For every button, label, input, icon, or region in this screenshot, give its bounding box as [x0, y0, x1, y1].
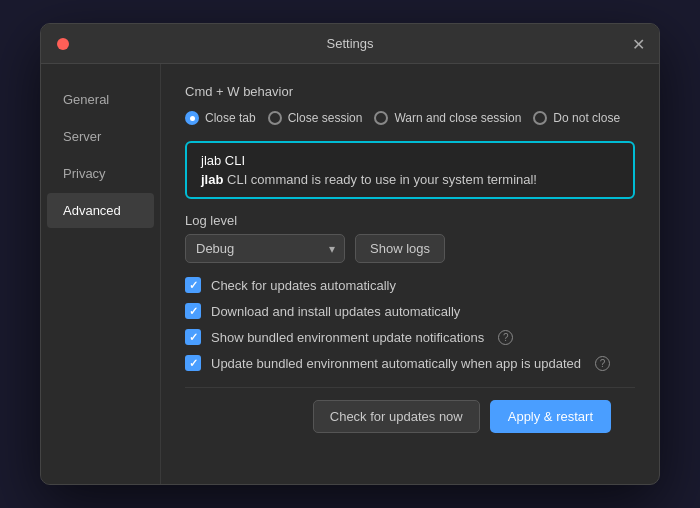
log-level-row: Debug Info Warning Error Show logs	[185, 234, 635, 263]
radio-circle-do-not-close	[533, 111, 547, 125]
radio-do-not-close[interactable]: Do not close	[533, 111, 620, 125]
sidebar-item-privacy[interactable]: Privacy	[47, 156, 154, 191]
checkboxes-container: Check for updates automatically Download…	[185, 277, 635, 371]
cli-description: jlab CLI command is ready to use in your…	[201, 172, 619, 187]
checkbox-label-auto-update-bundled: Update bundled environment automatically…	[211, 356, 581, 371]
radio-label-do-not-close: Do not close	[553, 111, 620, 125]
help-icon-auto-update[interactable]: ?	[595, 356, 610, 371]
radio-circle-close-tab	[185, 111, 199, 125]
checkbox-auto-check[interactable]	[185, 277, 201, 293]
window-body: General Server Privacy Advanced Cmd + W …	[41, 64, 659, 484]
settings-window: Settings ✕ General Server Privacy Advanc…	[40, 23, 660, 485]
cli-desc-suffix: CLI command is ready to use in your syst…	[227, 172, 537, 187]
radio-warn-close[interactable]: Warn and close session	[374, 111, 521, 125]
radio-close-session[interactable]: Close session	[268, 111, 363, 125]
radio-label-warn-close: Warn and close session	[394, 111, 521, 125]
titlebar: Settings ✕	[41, 24, 659, 64]
checkbox-row-auto-install: Download and install updates automatical…	[185, 303, 635, 319]
checkbox-show-bundled[interactable]	[185, 329, 201, 345]
radio-label-close-session: Close session	[288, 111, 363, 125]
checkbox-label-auto-install: Download and install updates automatical…	[211, 304, 460, 319]
footer-actions: Check for updates now Apply & restart	[185, 387, 635, 445]
checkbox-row-auto-check: Check for updates automatically	[185, 277, 635, 293]
radio-label-close-tab: Close tab	[205, 111, 256, 125]
close-button[interactable]	[57, 38, 69, 50]
log-level-label: Log level	[185, 213, 635, 228]
window-title: Settings	[327, 36, 374, 51]
apply-restart-button[interactable]: Apply & restart	[490, 400, 611, 433]
radio-group-cmd-w: Close tab Close session Warn and close s…	[185, 111, 635, 125]
radio-circle-warn-close	[374, 111, 388, 125]
sidebar: General Server Privacy Advanced	[41, 64, 161, 484]
sidebar-item-server[interactable]: Server	[47, 119, 154, 154]
checkbox-row-show-bundled: Show bundled environment update notifica…	[185, 329, 635, 345]
sidebar-item-general[interactable]: General	[47, 82, 154, 117]
main-content: Cmd + W behavior Close tab Close session…	[161, 64, 659, 484]
checkbox-label-show-bundled: Show bundled environment update notifica…	[211, 330, 484, 345]
show-logs-button[interactable]: Show logs	[355, 234, 445, 263]
close-x-button[interactable]: ✕	[632, 34, 645, 53]
checkbox-auto-update-bundled[interactable]	[185, 355, 201, 371]
check-updates-button[interactable]: Check for updates now	[313, 400, 480, 433]
cli-desc-prefix: jlab	[201, 172, 223, 187]
log-level-select[interactable]: Debug Info Warning Error	[185, 234, 345, 263]
checkbox-auto-install[interactable]	[185, 303, 201, 319]
help-icon-show-bundled[interactable]: ?	[498, 330, 513, 345]
cmd-w-label: Cmd + W behavior	[185, 84, 635, 99]
checkbox-label-auto-check: Check for updates automatically	[211, 278, 396, 293]
cli-box: jlab CLI jlab CLI command is ready to us…	[185, 141, 635, 199]
cli-title: jlab CLI	[201, 153, 619, 168]
radio-close-tab[interactable]: Close tab	[185, 111, 256, 125]
sidebar-item-advanced[interactable]: Advanced	[47, 193, 154, 228]
checkbox-row-auto-update-bundled: Update bundled environment automatically…	[185, 355, 635, 371]
radio-circle-close-session	[268, 111, 282, 125]
log-level-select-wrapper: Debug Info Warning Error	[185, 234, 345, 263]
